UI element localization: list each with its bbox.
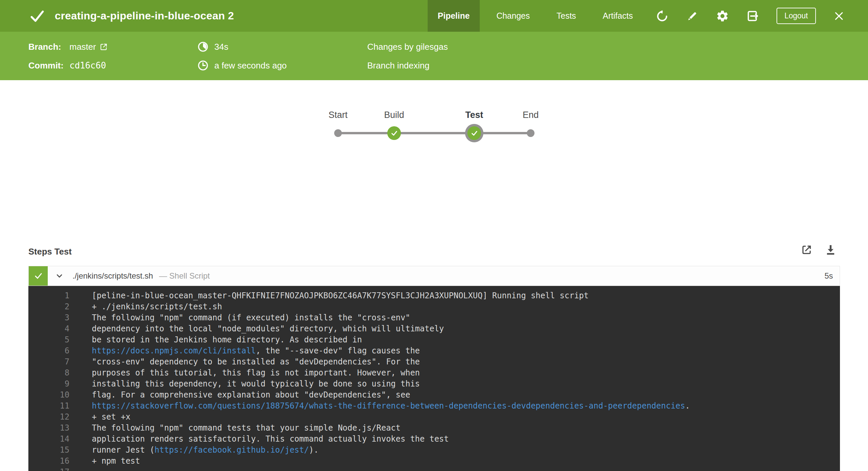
edit-icon[interactable] [686, 10, 699, 22]
page-title: creating-a-pipeline-in-blue-ocean 2 [55, 10, 234, 22]
exit-to-classic-icon[interactable] [746, 10, 759, 22]
step-row-shell-script[interactable]: ./jenkins/scripts/test.sh — Shell Script… [28, 266, 840, 286]
line-number[interactable]: 17 [28, 467, 69, 471]
stage-test-label: Test [465, 110, 484, 120]
success-check-icon [29, 8, 45, 24]
open-log-external-icon[interactable] [800, 243, 813, 257]
build-success-node [387, 126, 401, 140]
tab-tests[interactable]: Tests [547, 0, 586, 32]
console-line: 13The following "npm" command tests that… [28, 422, 840, 434]
tab-bar: Pipeline Changes Tests Artifacts [428, 0, 643, 32]
console-line: 11https://stackoverflow.com/questions/18… [28, 401, 840, 412]
line-number[interactable]: 4 [28, 323, 69, 334]
rerun-icon[interactable] [656, 10, 669, 22]
stage-build[interactable]: Build [387, 126, 401, 140]
start-node [334, 129, 342, 137]
step-name: ./jenkins/scripts/test.sh [72, 271, 153, 281]
test-selected-ring [465, 124, 484, 142]
line-number[interactable]: 10 [28, 389, 69, 401]
branch-value: master [69, 42, 96, 52]
console-line: 16+ npm test [28, 455, 840, 467]
steps-section-title: Steps Test [28, 246, 72, 257]
line-number[interactable]: 3 [28, 312, 69, 323]
step-duration: 5s [825, 271, 833, 281]
pipeline-edge [338, 132, 530, 134]
test-success-node [467, 126, 481, 140]
console-line: 6https://docs.npmjs.com/cli/install, the… [28, 345, 840, 356]
started-value: a few seconds ago [214, 60, 287, 71]
console-line: 3The following "npm" command (if execute… [28, 312, 840, 323]
line-number[interactable]: 13 [28, 422, 69, 434]
console-log[interactable]: 1[peline-in-blue-ocean_master-QHFKIFNIE7… [28, 286, 840, 471]
console-line: 9installing this dependency, it would ty… [28, 379, 840, 389]
tab-artifacts[interactable]: Artifacts [593, 0, 643, 32]
console-line: 14application renders satisfactorily. Th… [28, 434, 840, 445]
step-status-strip [29, 266, 48, 286]
console-line: 15runner Jest (https://facebook.github.i… [28, 445, 840, 455]
duration-value: 34s [214, 42, 228, 52]
top-bar: creating-a-pipeline-in-blue-ocean 2 Pipe… [0, 0, 868, 32]
line-number[interactable]: 5 [28, 334, 69, 345]
blue-ocean-pipeline-page: creating-a-pipeline-in-blue-ocean 2 Pipe… [0, 0, 868, 471]
console-line: 1[peline-in-blue-ocean_master-QHFKIFNIE7… [28, 290, 840, 301]
console-line: 5be stored in the Jenkins home directory… [28, 334, 840, 345]
stage-test[interactable]: Test [465, 124, 484, 142]
console-line: 10flag. For a comprehensive explanation … [28, 389, 840, 401]
console-line: 2+ ./jenkins/scripts/test.sh [28, 301, 840, 312]
top-bar-right: Pipeline Changes Tests Artifacts [428, 0, 868, 32]
line-number[interactable]: 11 [28, 401, 69, 412]
branch-commit-group: Branch: master Commit: cd16c60 [28, 37, 108, 75]
stage-build-label: Build [384, 110, 404, 120]
commit-label: Commit: [28, 60, 69, 71]
changes-author: Changes by gilesgas [367, 42, 448, 52]
line-number[interactable]: 12 [28, 412, 69, 422]
stage-start-label: Start [329, 110, 347, 120]
run-cause: Branch indexing [367, 60, 429, 71]
time-group: 34s a few seconds ago [197, 37, 287, 75]
console-line: 7"cross-env" dependency to be installed … [28, 356, 840, 367]
log-toolbar [800, 243, 837, 257]
duration-icon [197, 41, 210, 53]
console-link[interactable]: https://docs.npmjs.com/cli/install [92, 346, 256, 355]
console-line: 8purposes of this tutorial, this flag is… [28, 367, 840, 379]
line-number[interactable]: 8 [28, 367, 69, 379]
run-info-bar: Branch: master Commit: cd16c60 [0, 32, 868, 80]
line-number[interactable]: 6 [28, 345, 69, 356]
line-number[interactable]: 16 [28, 455, 69, 467]
console-link[interactable]: https://stackoverflow.com/questions/1887… [92, 401, 685, 411]
line-number[interactable]: 14 [28, 434, 69, 445]
stage-end-label: End [523, 110, 538, 120]
download-log-icon[interactable] [824, 243, 837, 257]
tab-changes[interactable]: Changes [487, 0, 540, 32]
branch-external-link-icon[interactable] [99, 42, 108, 52]
line-number[interactable]: 7 [28, 356, 69, 367]
console-line: 4dependency into the local "node_modules… [28, 323, 840, 334]
line-number[interactable]: 9 [28, 379, 69, 389]
stage-start[interactable]: Start [334, 129, 342, 137]
clock-icon [197, 59, 210, 71]
branch-label: Branch: [28, 42, 69, 52]
line-number[interactable]: 15 [28, 445, 69, 455]
console-line: 12+ set +x [28, 412, 840, 422]
end-node [527, 129, 534, 137]
changes-group: Changes by gilesgas Branch indexing [367, 37, 448, 75]
logout-button[interactable]: Logout [777, 8, 816, 24]
console-line: 17 [28, 467, 840, 471]
tab-pipeline[interactable]: Pipeline [428, 0, 480, 32]
line-number[interactable]: 2 [28, 301, 69, 312]
step-type: — Shell Script [159, 271, 210, 281]
close-icon[interactable] [833, 10, 845, 22]
chevron-down-icon[interactable] [55, 272, 64, 280]
line-number[interactable]: 1 [28, 290, 69, 301]
settings-gear-icon[interactable] [716, 9, 729, 23]
commit-value: cd16c60 [69, 60, 106, 70]
console-link[interactable]: https://facebook.github.io/jest/ [155, 445, 309, 454]
run-header: creating-a-pipeline-in-blue-ocean 2 [0, 8, 234, 24]
header-actions: Logout [656, 8, 845, 24]
stage-end[interactable]: End [527, 129, 534, 137]
